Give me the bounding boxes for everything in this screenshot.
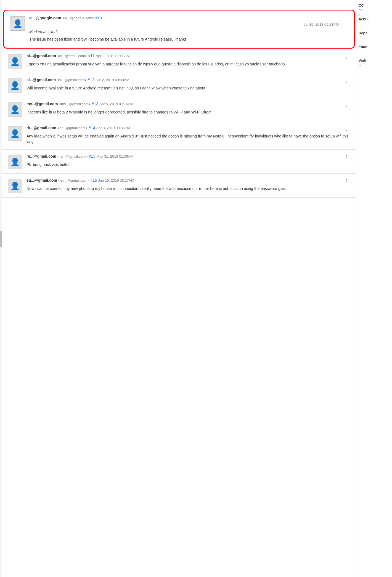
sidebar-section-4: Verif-- (359, 59, 390, 67)
author-email-angle: <vi...@google.com> (62, 16, 94, 20)
person-icon: 👤 (10, 105, 20, 114)
author-email: eu...@gmail.com (27, 178, 57, 182)
comment-body-c12: sl...@gmail.com<sl...@gmail.com>#12Apr 2… (27, 78, 350, 92)
sidebar-value-1: -- (359, 22, 361, 26)
comment-body-c11: ni...@gmail.com<ni...@gmail.com>#11Apr 2… (27, 54, 350, 68)
avatar-c15: 👤 (8, 155, 22, 169)
author-email-angle: <re...@gmail.com> (57, 154, 88, 158)
comment-header-c14: dr...@gmail.com<dr...@gmail.com>#14Apr 8… (27, 126, 350, 132)
comment-date: Apr 2, 2019 03:03AM (95, 78, 129, 82)
comment-number[interactable]: #11 (88, 54, 95, 58)
comment-wrapper-c10: 👤vi...@google.com<vi...@google.com>#10Ju… (5, 11, 353, 47)
more-menu-icon[interactable]: ⋮ (343, 126, 350, 132)
avatar-c10: 👤 (10, 16, 25, 31)
comment-text-c11-0: Espero en una actualización pronta vuelv… (27, 61, 350, 67)
comment-body-c16: eu...@gmail.com<eu...@gmail.com>#16Jun 1… (27, 178, 350, 193)
right-sidebar: CCmu...AOSF--Repo--Foun--Verif-- (356, 0, 392, 577)
sidebar-label-4: Verif (359, 59, 390, 63)
comment-number[interactable]: #16 (91, 178, 97, 182)
person-icon: 👤 (10, 157, 20, 166)
avatar-c16: 👤 (8, 179, 22, 193)
person-icon: 👤 (10, 181, 20, 190)
more-menu-icon[interactable]: ⋮ (343, 154, 350, 160)
comment-text-c12-0: Will become available in a future Androi… (27, 85, 350, 91)
comment-date: Jul 16, 2018 06:23PM (304, 22, 339, 27)
sidebar-label-0: CC (359, 3, 390, 7)
comment-item-c14: 👤dr...@gmail.com<dr...@gmail.com>#14Apr … (2, 121, 356, 150)
comment-body-c15: re...@gmail.com<re...@gmail.com>#15May 3… (27, 154, 350, 169)
comment-item-c11: 👤ni...@gmail.com<ni...@gmail.com>#11Apr … (2, 49, 356, 73)
comment-header-c16: eu...@gmail.com<eu...@gmail.com>#16Jun 1… (27, 178, 350, 184)
author-email-angle: <eu...@gmail.com> (58, 178, 89, 182)
sidebar-section-2: Repo-- (359, 31, 390, 40)
comment-item-c12: 👤sl...@gmail.com<sl...@gmail.com>#12Apr … (2, 73, 356, 97)
main-content: 👤vi...@google.com<vi...@google.com>#10Ju… (2, 0, 356, 577)
comment-text-c10-0: Marked as fixed. (29, 29, 348, 35)
comments-container: 👤vi...@google.com<vi...@google.com>#10Ju… (2, 11, 356, 198)
comment-date: Jun 16, 2019 08:27AM (98, 178, 134, 182)
more-menu-icon[interactable]: ⋮ (343, 178, 350, 184)
sidebar-section-3: Foun-- (359, 45, 390, 54)
scroll-handle[interactable] (0, 231, 2, 247)
sidebar-value-4: -- (359, 63, 361, 67)
avatar-c11: 👤 (8, 54, 22, 68)
sidebar-label-2: Repo (359, 31, 390, 35)
comment-item-c15: 👤re...@gmail.com<re...@gmail.com>#15May … (2, 150, 356, 174)
person-icon: 👤 (10, 81, 20, 90)
author-email-angle: <dr...@gmail.com> (57, 126, 88, 130)
comment-number[interactable]: #12 (88, 78, 94, 82)
comment-item-c16: 👤eu...@gmail.com<eu...@gmail.com>#16Jun … (2, 174, 356, 198)
author-email: ni...@gmail.com (27, 54, 56, 58)
author-email: my...@gmail.com (27, 102, 58, 106)
comment-body-c10: vi...@google.com<vi...@google.com>#10Jul… (29, 16, 348, 42)
comment-header-c13: my...@gmail.com<my...@gmail.com>#13Apr 5… (27, 102, 350, 108)
sidebar-sections: CCmu...AOSF--Repo--Foun--Verif-- (359, 3, 390, 67)
sidebar-section-0: CCmu... (359, 3, 390, 12)
more-menu-icon[interactable]: ⋮ (340, 21, 348, 27)
sidebar-label-3: Foun (359, 45, 390, 49)
comment-wrapper-c13: 👤my...@gmail.com<my...@gmail.com>#13Apr … (2, 97, 356, 121)
scroll-indicator[interactable] (0, 0, 2, 577)
comment-number[interactable]: #14 (89, 126, 95, 130)
avatar-c14: 👤 (8, 126, 22, 141)
sidebar-value-2: -- (359, 36, 361, 40)
comment-date: Apr 5, 2019 07:16AM (99, 102, 133, 106)
comment-text-c14-0: Any idea when & if wps setup will be ena… (27, 133, 350, 145)
author-email: vi...@google.com (29, 16, 61, 20)
author-email: re...@gmail.com (27, 154, 56, 158)
comment-number[interactable]: #13 (92, 102, 98, 106)
comment-header-c15: re...@gmail.com<re...@gmail.com>#15May 3… (27, 154, 350, 160)
comment-wrapper-c14: 👤dr...@gmail.com<dr...@gmail.com>#14Apr … (2, 121, 356, 150)
comment-text-c10-1: The issue has been fixed and it will bec… (29, 36, 348, 42)
top-message (2, 0, 356, 9)
comment-number[interactable]: #10 (95, 16, 102, 20)
person-icon: 👤 (10, 57, 20, 66)
comment-body-c13: my...@gmail.com<my...@gmail.com>#13Apr 5… (27, 102, 350, 117)
sidebar-value-3: -- (359, 50, 361, 54)
author-email: dr...@gmail.com (27, 126, 56, 130)
comment-text-c13-0: It seems like in Q beta 2 WpsInfo is no … (27, 109, 350, 115)
comment-wrapper-c11: 👤ni...@gmail.com<ni...@gmail.com>#11Apr … (2, 49, 356, 73)
avatar-c13: 👤 (8, 102, 22, 117)
sidebar-label-1: AOSF (359, 17, 390, 21)
comment-header-c11: ni...@gmail.com<ni...@gmail.com>#11Apr 2… (27, 54, 350, 60)
comment-date: May 31, 2019 01:09AM (96, 154, 133, 158)
person-icon: 👤 (13, 19, 23, 28)
more-menu-icon[interactable]: ⋮ (343, 102, 350, 108)
comment-body-c14: dr...@gmail.com<dr...@gmail.com>#14Apr 8… (27, 126, 350, 145)
author-email-angle: <sl...@gmail.com> (57, 78, 87, 82)
person-icon: 👤 (10, 129, 20, 138)
avatar-c12: 👤 (8, 78, 22, 92)
comment-text-c15-0: Plz bring back wps botton (27, 162, 350, 168)
more-menu-icon[interactable]: ⋮ (343, 54, 350, 60)
comment-number[interactable]: #15 (89, 154, 95, 158)
more-menu-icon[interactable]: ⋮ (343, 78, 350, 84)
comment-date: Apr 8, 2019 09:36PM (96, 126, 130, 130)
author-email-angle: <my...@gmail.com> (59, 102, 91, 106)
comment-text-c16-0: Now i cannot connect my new phone to my … (27, 186, 350, 192)
sidebar-value-0: mu... (359, 8, 366, 12)
author-email: sl...@gmail.com (27, 78, 56, 82)
comment-header-c10: vi...@google.com<vi...@google.com>#10Jul… (29, 16, 348, 27)
author-email-angle: <ni...@gmail.com> (57, 54, 87, 58)
comment-wrapper-c16: 👤eu...@gmail.com<eu...@gmail.com>#16Jun … (2, 174, 356, 198)
